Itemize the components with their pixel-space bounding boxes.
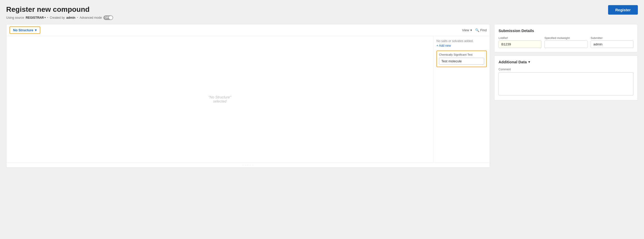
- no-structure-button[interactable]: No Structure ▾: [9, 26, 40, 34]
- page-title: Register new compound: [6, 5, 113, 14]
- toggle-pill[interactable]: OFF: [103, 15, 113, 20]
- cst-label: Chemically Significant Text: [439, 53, 484, 56]
- no-structure-label: No Structure: [13, 28, 33, 32]
- molweight-field-group: Specified molweight: [544, 36, 587, 48]
- header-meta: Using source REGISTRAR ▾ • Created by ad…: [6, 15, 113, 20]
- cst-input[interactable]: [439, 58, 484, 64]
- comment-label: Comment: [499, 68, 633, 71]
- toggle-knob: [109, 16, 113, 19]
- molweight-input[interactable]: [544, 41, 587, 48]
- no-structure-chevron-icon: ▾: [35, 28, 37, 32]
- dot-separator-1: •: [47, 16, 48, 19]
- resize-dots-icon: · · · · ·: [242, 164, 253, 166]
- right-sub-panel: No salts or solvates added. + Add new Ch…: [433, 36, 490, 162]
- advanced-mode-toggle[interactable]: OFF: [103, 15, 113, 20]
- left-panel: No Structure ▾ View ▾ 🔍 Find: [6, 24, 490, 168]
- dot-separator-2: •: [77, 16, 78, 19]
- comment-textarea[interactable]: [499, 72, 633, 95]
- structure-area: "No Structure" selected: [6, 36, 433, 162]
- submission-fields-row: LnbRef Specified molweight Submitter: [499, 36, 633, 48]
- find-label: Find: [480, 28, 487, 32]
- molweight-label: Specified molweight: [544, 36, 587, 39]
- additional-data-header[interactable]: Additional Data ▾: [499, 60, 633, 64]
- source-dropdown-button[interactable]: REGISTRAR ▾: [26, 16, 46, 19]
- advanced-mode-label: Advanced mode: [80, 16, 102, 19]
- structure-placeholder-line1: "No Structure": [208, 95, 231, 99]
- left-panel-toolbar: No Structure ▾ View ▾ 🔍 Find: [6, 24, 490, 36]
- additional-data-title: Additional Data: [499, 60, 527, 64]
- submitter-input[interactable]: [591, 41, 633, 48]
- structure-placeholder: "No Structure" selected: [208, 95, 231, 103]
- search-icon: 🔍: [475, 28, 479, 32]
- admin-name: admin: [66, 16, 75, 19]
- submitter-field-group: Submitter: [591, 36, 633, 48]
- created-by-label: Created by: [50, 16, 65, 19]
- salts-label: No salts or solvates added.: [436, 39, 474, 43]
- salts-section: No salts or solvates added. + Add new: [436, 39, 487, 47]
- find-button[interactable]: 🔍 Find: [475, 28, 487, 32]
- using-source-label: Using source: [6, 16, 24, 19]
- right-panel: Submission Details LnbRef Specified molw…: [494, 24, 638, 168]
- submission-details-title: Submission Details: [499, 28, 633, 33]
- cst-box: Chemically Significant Text ▾: [436, 51, 487, 67]
- register-button[interactable]: Register: [608, 5, 638, 15]
- additional-data-card: Additional Data ▾ Comment: [494, 55, 638, 101]
- lnbref-field-group: LnbRef: [499, 36, 541, 48]
- submission-details-card: Submission Details LnbRef Specified molw…: [494, 24, 638, 52]
- lnbref-input[interactable]: [499, 41, 541, 48]
- cst-input-wrapper: ▾: [439, 58, 484, 65]
- submitter-label: Submitter: [591, 36, 633, 39]
- view-button[interactable]: View ▾: [462, 28, 472, 32]
- source-chevron-icon: ▾: [44, 16, 46, 19]
- left-panel-body: "No Structure" selected No salts or solv…: [6, 36, 490, 162]
- additional-data-chevron-icon: ▾: [528, 60, 530, 64]
- page-wrapper: Register new compound Using source REGIS…: [0, 0, 644, 239]
- structure-placeholder-line2: selected: [208, 99, 231, 103]
- add-new-link[interactable]: + Add new: [436, 44, 451, 47]
- view-label: View: [462, 28, 469, 32]
- header-left: Register new compound Using source REGIS…: [6, 5, 113, 20]
- source-name: REGISTRAR: [26, 16, 44, 19]
- resize-handle: · · · · ·: [6, 162, 490, 167]
- view-chevron-icon: ▾: [470, 28, 472, 32]
- toolbar-right: View ▾ 🔍 Find: [462, 28, 487, 32]
- page-header: Register new compound Using source REGIS…: [6, 5, 638, 20]
- lnbref-label: LnbRef: [499, 36, 541, 39]
- main-content: No Structure ▾ View ▾ 🔍 Find: [6, 24, 638, 168]
